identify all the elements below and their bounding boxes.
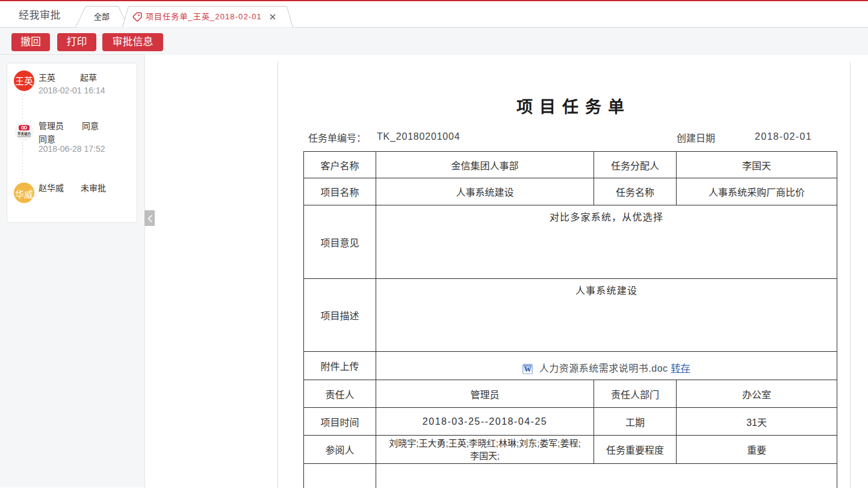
svg-text:华天动力: 华天动力 [17, 131, 31, 136]
svg-text:W: W [524, 365, 532, 374]
